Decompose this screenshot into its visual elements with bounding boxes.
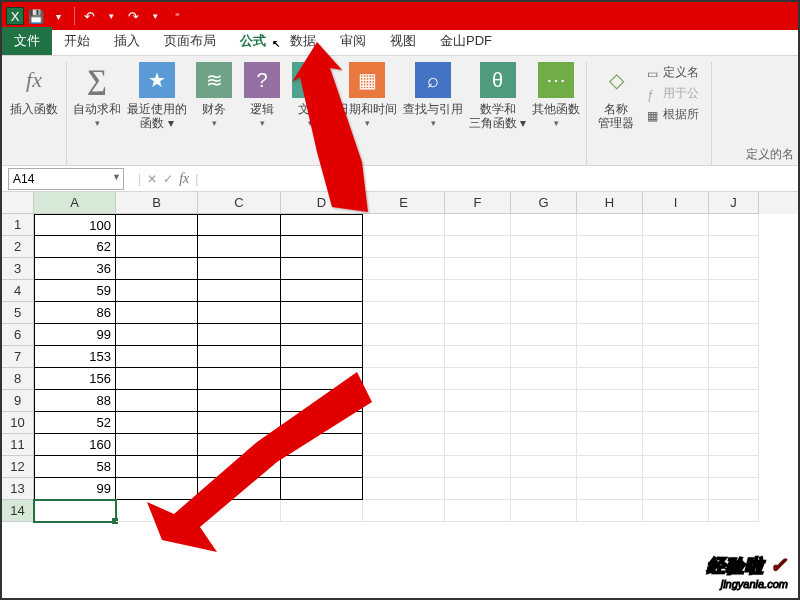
- cell[interactable]: [511, 478, 577, 500]
- cell[interactable]: [577, 258, 643, 280]
- cell[interactable]: [577, 456, 643, 478]
- col-header-F[interactable]: F: [445, 192, 511, 214]
- cell[interactable]: [281, 434, 363, 456]
- row-header[interactable]: 8: [2, 368, 34, 390]
- worksheet[interactable]: A B C D E F G H I J 11002623364595866997…: [2, 192, 798, 598]
- cell[interactable]: [643, 500, 709, 522]
- cell[interactable]: 153: [34, 346, 116, 368]
- row-header[interactable]: 12: [2, 456, 34, 478]
- cell[interactable]: [709, 478, 759, 500]
- cell[interactable]: 36: [34, 258, 116, 280]
- financial-button[interactable]: ≋ 财务▾: [191, 62, 237, 130]
- cell[interactable]: [643, 214, 709, 236]
- row-header[interactable]: 7: [2, 346, 34, 368]
- cell[interactable]: [281, 456, 363, 478]
- cell[interactable]: 156: [34, 368, 116, 390]
- cell[interactable]: [643, 324, 709, 346]
- cell[interactable]: [363, 258, 445, 280]
- cell[interactable]: [643, 346, 709, 368]
- cell[interactable]: [511, 456, 577, 478]
- cell[interactable]: [116, 500, 198, 522]
- cell[interactable]: [281, 478, 363, 500]
- undo-drop-icon[interactable]: ▾: [101, 6, 121, 26]
- redo-drop-icon[interactable]: ▾: [145, 6, 165, 26]
- cell[interactable]: [363, 236, 445, 258]
- cell[interactable]: [577, 236, 643, 258]
- cell[interactable]: [445, 280, 511, 302]
- cell[interactable]: [363, 324, 445, 346]
- cell[interactable]: [643, 412, 709, 434]
- tab-view[interactable]: 视图: [378, 28, 428, 55]
- col-header-H[interactable]: H: [577, 192, 643, 214]
- cell[interactable]: 100: [34, 214, 116, 236]
- cell[interactable]: [281, 302, 363, 324]
- cell[interactable]: [281, 500, 363, 522]
- cell[interactable]: [363, 478, 445, 500]
- row-header[interactable]: 14: [2, 500, 34, 522]
- cell[interactable]: [116, 302, 198, 324]
- cell[interactable]: [363, 500, 445, 522]
- col-header-A[interactable]: A: [34, 192, 116, 214]
- cell[interactable]: [709, 390, 759, 412]
- cell[interactable]: [363, 390, 445, 412]
- tab-kingsoft-pdf[interactable]: 金山PDF: [428, 28, 504, 55]
- cell[interactable]: [445, 412, 511, 434]
- cell[interactable]: [198, 324, 281, 346]
- cell[interactable]: [116, 214, 198, 236]
- cell[interactable]: [363, 368, 445, 390]
- cell[interactable]: [281, 390, 363, 412]
- cell[interactable]: [281, 236, 363, 258]
- cell[interactable]: [198, 346, 281, 368]
- cell[interactable]: [709, 456, 759, 478]
- insert-function-button[interactable]: fx 插入函数: [8, 62, 60, 116]
- cell[interactable]: [643, 258, 709, 280]
- row-header[interactable]: 1: [2, 214, 34, 236]
- cell[interactable]: [198, 236, 281, 258]
- cell[interactable]: [709, 412, 759, 434]
- row-header[interactable]: 5: [2, 302, 34, 324]
- from-selection-button[interactable]: ▦根据所: [647, 106, 699, 123]
- row-header[interactable]: 2: [2, 236, 34, 258]
- datetime-button[interactable]: ▦ 日期和时间▾: [335, 62, 399, 130]
- col-header-B[interactable]: B: [116, 192, 198, 214]
- cell[interactable]: [709, 302, 759, 324]
- cell[interactable]: [643, 478, 709, 500]
- cell[interactable]: [363, 214, 445, 236]
- cell[interactable]: 59: [34, 280, 116, 302]
- cell[interactable]: [643, 434, 709, 456]
- cell[interactable]: [198, 368, 281, 390]
- cell[interactable]: [643, 302, 709, 324]
- cell[interactable]: [511, 302, 577, 324]
- row-header[interactable]: 10: [2, 412, 34, 434]
- cell[interactable]: 52: [34, 412, 116, 434]
- cell[interactable]: [643, 280, 709, 302]
- tab-formulas[interactable]: 公式↖: [228, 28, 278, 55]
- cell[interactable]: [709, 280, 759, 302]
- cell[interactable]: [116, 390, 198, 412]
- cell[interactable]: [511, 368, 577, 390]
- cell[interactable]: [363, 434, 445, 456]
- cell[interactable]: [445, 236, 511, 258]
- cell[interactable]: [116, 434, 198, 456]
- name-box-drop-icon[interactable]: ▼: [112, 172, 121, 182]
- use-in-formula-button[interactable]: ƒ用于公: [647, 85, 699, 102]
- cell[interactable]: 88: [34, 390, 116, 412]
- cell[interactable]: 62: [34, 236, 116, 258]
- fx-button-icon[interactable]: fx: [179, 171, 189, 187]
- redo-icon[interactable]: ↷: [123, 6, 143, 26]
- cell[interactable]: [577, 280, 643, 302]
- cell[interactable]: [116, 368, 198, 390]
- cell[interactable]: [577, 478, 643, 500]
- cell[interactable]: [281, 412, 363, 434]
- cell[interactable]: [363, 346, 445, 368]
- more-functions-button[interactable]: ⋯ 其他函数▾: [530, 62, 582, 130]
- tab-insert[interactable]: 插入: [102, 28, 152, 55]
- tab-page-layout[interactable]: 页面布局: [152, 28, 228, 55]
- cell[interactable]: [281, 346, 363, 368]
- save-icon[interactable]: 💾: [26, 6, 46, 26]
- text-button[interactable]: A 文本▾: [287, 62, 333, 130]
- col-header-C[interactable]: C: [198, 192, 281, 214]
- cell[interactable]: [577, 346, 643, 368]
- cell[interactable]: [709, 368, 759, 390]
- cell[interactable]: 99: [34, 324, 116, 346]
